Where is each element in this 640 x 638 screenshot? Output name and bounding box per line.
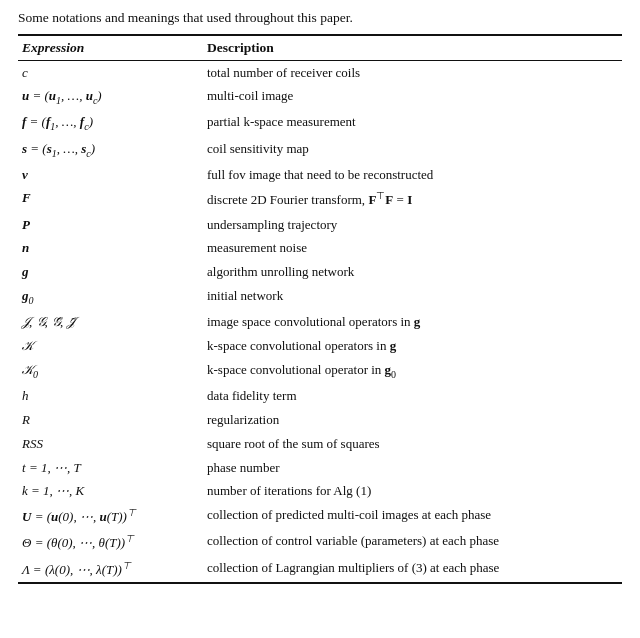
table-row: 𝒦k-space convolutional operators in g (18, 335, 622, 359)
table-row: RSSsquare root of the sum of squares (18, 432, 622, 456)
table-row: g0initial network (18, 285, 622, 311)
table-row: vfull fov image that need to be reconstr… (18, 163, 622, 187)
expression-cell: c (18, 61, 203, 85)
expression-cell: g0 (18, 285, 203, 311)
expression-cell: u = (u1, …, uc) (18, 85, 203, 111)
col-header-expression: Expression (18, 35, 203, 61)
expression-cell: f = (f1, …, fc) (18, 111, 203, 137)
description-cell: number of iterations for Alg (1) (203, 480, 622, 504)
table-row: f = (f1, …, fc)partial k-space measureme… (18, 111, 622, 137)
expression-cell: k = 1, ⋯, K (18, 480, 203, 504)
description-cell: image space convolutional operators in g (203, 311, 622, 335)
table-row: Θ = (θ(0), ⋯, θ(T))⊤collection of contro… (18, 530, 622, 556)
description-cell: collection of predicted multi-coil image… (203, 504, 622, 530)
description-cell: undersampling trajectory (203, 213, 622, 237)
table-row: 𝒦0k-space convolutional operator in g0 (18, 358, 622, 384)
table-row: U = (u(0), ⋯, u(T))⊤collection of predic… (18, 504, 622, 530)
expression-cell: RSS (18, 432, 203, 456)
expression-cell: 𝒥, 𝒢, 𝒢̃, 𝒥̃ (18, 311, 203, 335)
notation-table: Expression Description ctotal number of … (18, 34, 622, 584)
description-cell: total number of receiver coils (203, 61, 622, 85)
description-cell: discrete 2D Fourier transform, F⊤F = I (203, 187, 622, 213)
expression-cell: R (18, 408, 203, 432)
expression-cell: g (18, 261, 203, 285)
expression-cell: s = (s1, …, sc) (18, 137, 203, 163)
table-row: Rregularization (18, 408, 622, 432)
description-cell: full fov image that need to be reconstru… (203, 163, 622, 187)
col-header-description: Description (203, 35, 622, 61)
table-row: k = 1, ⋯, Knumber of iterations for Alg … (18, 480, 622, 504)
expression-cell: F (18, 187, 203, 213)
table-row: u = (u1, …, uc)multi-coil image (18, 85, 622, 111)
table-row: Λ = (λ(0), ⋯, λ(T))⊤collection of Lagran… (18, 556, 622, 583)
description-cell: partial k-space measurement (203, 111, 622, 137)
description-cell: measurement noise (203, 237, 622, 261)
table-row: 𝒥, 𝒢, 𝒢̃, 𝒥̃image space convolutional op… (18, 311, 622, 335)
table-row: t = 1, ⋯, Tphase number (18, 456, 622, 480)
description-cell: phase number (203, 456, 622, 480)
description-cell: initial network (203, 285, 622, 311)
table-row: Pundersampling trajectory (18, 213, 622, 237)
table-row: galgorithm unrolling network (18, 261, 622, 285)
description-cell: coil sensitivity map (203, 137, 622, 163)
expression-cell: h (18, 385, 203, 409)
expression-cell: 𝒦 (18, 335, 203, 359)
intro-text: Some notations and meanings that used th… (18, 10, 622, 26)
expression-cell: v (18, 163, 203, 187)
table-row: ctotal number of receiver coils (18, 61, 622, 85)
expression-cell: Θ = (θ(0), ⋯, θ(T))⊤ (18, 530, 203, 556)
description-cell: collection of Lagrangian multipliers of … (203, 556, 622, 583)
expression-cell: Λ = (λ(0), ⋯, λ(T))⊤ (18, 556, 203, 583)
description-cell: algorithm unrolling network (203, 261, 622, 285)
table-row: Fdiscrete 2D Fourier transform, F⊤F = I (18, 187, 622, 213)
table-row: nmeasurement noise (18, 237, 622, 261)
expression-cell: 𝒦0 (18, 358, 203, 384)
expression-cell: P (18, 213, 203, 237)
expression-cell: U = (u(0), ⋯, u(T))⊤ (18, 504, 203, 530)
expression-cell: n (18, 237, 203, 261)
description-cell: k-space convolutional operators in g (203, 335, 622, 359)
table-row: s = (s1, …, sc)coil sensitivity map (18, 137, 622, 163)
description-cell: square root of the sum of squares (203, 432, 622, 456)
description-cell: collection of control variable (paramete… (203, 530, 622, 556)
description-cell: multi-coil image (203, 85, 622, 111)
expression-cell: t = 1, ⋯, T (18, 456, 203, 480)
description-cell: regularization (203, 408, 622, 432)
description-cell: k-space convolutional operator in g0 (203, 358, 622, 384)
table-row: hdata fidelity term (18, 385, 622, 409)
description-cell: data fidelity term (203, 385, 622, 409)
